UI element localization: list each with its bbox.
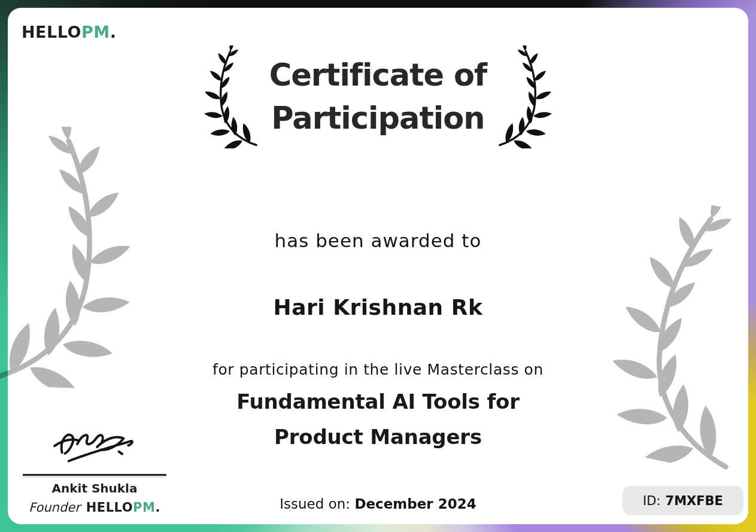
brand-hello: HELLO [22, 23, 81, 41]
brand-logo: HELLOPM. [22, 23, 116, 41]
participation-text: for participating in the live Masterclas… [0, 361, 756, 378]
brand-dot: . [110, 23, 117, 41]
awarded-to-text: has been awarded to [0, 230, 756, 251]
issued-date: December 2024 [354, 496, 476, 512]
brand-pm: PM [81, 23, 110, 41]
certificate-title: Certificate of Participation [269, 54, 487, 140]
laurel-branch-icon [200, 45, 260, 148]
title-line2: Participation [269, 97, 487, 140]
laurel-branch-icon [496, 45, 556, 148]
laurel-branch-icon [0, 124, 151, 390]
id-label: ID: [643, 494, 660, 508]
course-line1: Fundamental AI Tools for [0, 384, 756, 419]
certificate-id-badge: ID:7MXFBE [623, 486, 743, 515]
signature-rule [23, 474, 166, 476]
signatory-name: Ankit Shukla [23, 481, 166, 495]
title-line1: Certificate of [269, 54, 487, 97]
issued-label: Issued on: [280, 496, 350, 512]
signature-handwriting-icon [48, 422, 142, 471]
id-value: 7MXFBE [666, 494, 723, 508]
certificate-frame: HELLOPM. Certificate of Participation ha… [0, 0, 756, 532]
recipient-name: Hari Krishnan Rk [0, 295, 756, 320]
title-row: Certificate of Participation [0, 45, 756, 148]
